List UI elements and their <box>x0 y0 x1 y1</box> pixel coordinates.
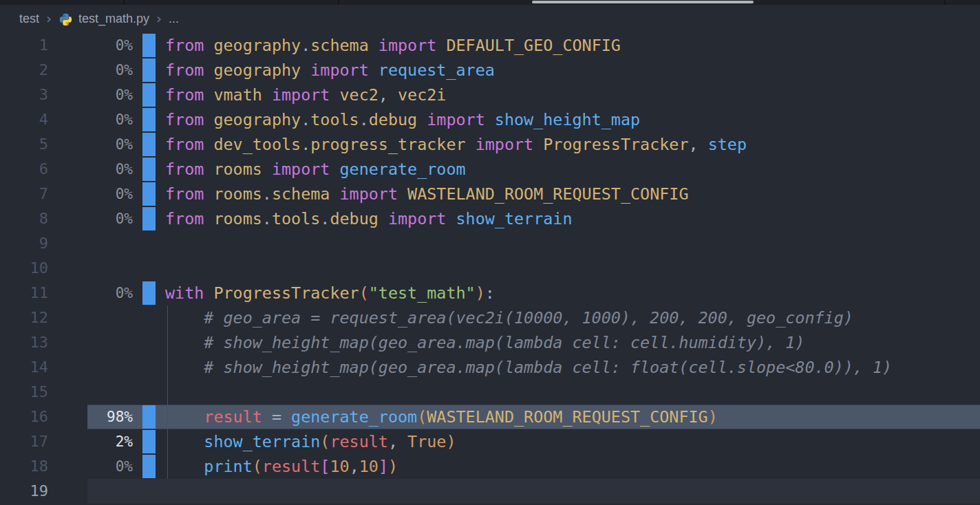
tab-divider <box>338 0 339 5</box>
profiler-percentage <box>48 305 133 330</box>
line-number[interactable]: 18 <box>0 454 48 479</box>
chevron-right-icon: › <box>149 10 169 28</box>
breadcrumb-ellipsis[interactable]: ... <box>169 12 179 26</box>
profiler-gutter <box>133 58 165 83</box>
code-line[interactable]: 110%with ProgressTracker("test_math"): <box>0 281 980 305</box>
profiler-percentage: 0% <box>48 33 133 58</box>
code-line[interactable]: 30%from vmath import vec2, vec2i <box>0 83 980 107</box>
tab-scrollbar-thumb[interactable] <box>532 1 754 3</box>
profiler-percentage <box>48 330 133 355</box>
code-editor[interactable]: 10%from geography.schema import DEFAULT_… <box>0 33 980 504</box>
line-number[interactable]: 17 <box>0 429 48 454</box>
code-text: from geography import request_area <box>165 58 980 83</box>
profiler-percentage: 0% <box>48 58 133 83</box>
indent-guide <box>167 305 168 479</box>
profiler-gutter <box>133 305 165 330</box>
profiler-percentage <box>48 231 133 256</box>
code-line[interactable]: 19 <box>0 479 980 504</box>
line-number[interactable]: 4 <box>0 107 48 132</box>
code-line[interactable]: 9 <box>0 231 980 256</box>
code-text: from dev_tools.progress_tracker import P… <box>165 132 980 157</box>
code-line[interactable]: 14 # show_height_map(geo_area.map(lambda… <box>0 355 980 380</box>
code-line[interactable]: 10%from geography.schema import DEFAULT_… <box>0 33 980 58</box>
line-number[interactable]: 3 <box>0 83 48 107</box>
code-line[interactable]: 60%from rooms import generate_room <box>0 157 980 182</box>
code-line[interactable]: 50%from dev_tools.progress_tracker impor… <box>0 132 980 157</box>
code-text: result = generate_room(WASTELAND_ROOM_RE… <box>165 405 980 429</box>
profiler-percentage <box>48 256 133 281</box>
profiler-gutter <box>133 479 165 504</box>
profiler-percentage: 0% <box>48 454 133 479</box>
profiler-percentage: 0% <box>48 83 133 107</box>
line-number[interactable]: 8 <box>0 206 48 231</box>
line-number[interactable]: 16 <box>0 405 48 429</box>
profiler-percentage <box>48 380 133 405</box>
profiler-gutter <box>133 380 165 405</box>
profiler-gutter <box>133 405 165 429</box>
profiler-gutter <box>133 83 165 107</box>
code-text: from rooms import generate_room <box>165 157 980 182</box>
line-number[interactable]: 14 <box>0 355 48 380</box>
profiler-percentage: 0% <box>48 132 133 157</box>
code-text: # show_height_map(geo_area.map(lambda ce… <box>165 355 980 380</box>
profiler-gutter <box>133 206 165 231</box>
code-line[interactable]: 70%from rooms.schema import WASTELAND_RO… <box>0 182 980 206</box>
code-text: show_terrain(result, True) <box>165 429 980 454</box>
profiler-gutter <box>133 231 165 256</box>
code-line[interactable]: 180% print(result[10,10]) <box>0 454 980 479</box>
line-number[interactable]: 2 <box>0 58 48 83</box>
profiler-percentage <box>48 479 133 504</box>
code-line[interactable]: 15 <box>0 380 980 405</box>
code-line[interactable]: 10 <box>0 256 980 281</box>
line-number[interactable]: 6 <box>0 157 48 182</box>
code-text: with ProgressTracker("test_math"): <box>165 281 980 305</box>
code-text: # geo_area = request_area(vec2i(10000, 1… <box>165 305 980 330</box>
line-number[interactable]: 7 <box>0 182 48 206</box>
code-text: from geography.schema import DEFAULT_GEO… <box>165 33 980 58</box>
line-number[interactable]: 1 <box>0 33 48 58</box>
code-line[interactable]: 172% show_terrain(result, True) <box>0 429 980 454</box>
code-line[interactable]: 80%from rooms.tools.debug import show_te… <box>0 206 980 231</box>
code-text: from rooms.schema import WASTELAND_ROOM_… <box>165 182 980 206</box>
profiler-marker <box>142 34 156 57</box>
line-number[interactable]: 13 <box>0 330 48 355</box>
breadcrumb-item-folder[interactable]: test <box>19 12 39 26</box>
line-number[interactable]: 9 <box>0 231 48 256</box>
profiler-marker <box>142 281 156 305</box>
profiler-marker <box>142 108 156 131</box>
profiler-percentage: 0% <box>48 281 133 305</box>
profiler-percentage: 0% <box>48 182 133 206</box>
code-text: # show_height_map(geo_area.map(lambda ce… <box>165 330 980 355</box>
line-number[interactable]: 11 <box>0 281 48 305</box>
code-line[interactable]: 13 # show_height_map(geo_area.map(lambda… <box>0 330 980 355</box>
profiler-gutter <box>133 33 165 58</box>
line-number[interactable]: 12 <box>0 305 48 330</box>
code-line[interactable]: 1698% result = generate_room(WASTELAND_R… <box>0 405 980 429</box>
profiler-gutter <box>133 429 165 454</box>
tab-divider <box>123 0 125 5</box>
tab-divider <box>944 0 946 5</box>
breadcrumb-item-file[interactable]: test_math.py <box>78 12 149 26</box>
profiler-marker <box>142 83 156 107</box>
code-text <box>165 231 980 256</box>
profiler-marker <box>142 158 156 181</box>
code-text <box>165 479 980 504</box>
chevron-right-icon: › <box>39 10 58 28</box>
code-text: print(result[10,10]) <box>165 454 980 479</box>
profiler-marker <box>142 207 156 230</box>
line-number[interactable]: 19 <box>0 479 48 504</box>
code-line[interactable]: 40%from geography.tools.debug import sho… <box>0 107 980 132</box>
profiler-gutter <box>133 330 165 355</box>
profiler-gutter <box>133 157 165 182</box>
code-line[interactable]: 12 # geo_area = request_area(vec2i(10000… <box>0 305 980 330</box>
profiler-gutter <box>133 256 165 281</box>
profiler-marker <box>142 455 156 478</box>
profiler-marker <box>142 133 156 156</box>
profiler-percentage: 0% <box>48 206 133 231</box>
line-number[interactable]: 10 <box>0 256 48 281</box>
line-number[interactable]: 5 <box>0 132 48 157</box>
line-number[interactable]: 15 <box>0 380 48 405</box>
code-text: from rooms.tools.debug import show_terra… <box>165 206 980 231</box>
profiler-marker <box>142 58 156 82</box>
code-line[interactable]: 20%from geography import request_area <box>0 58 980 83</box>
